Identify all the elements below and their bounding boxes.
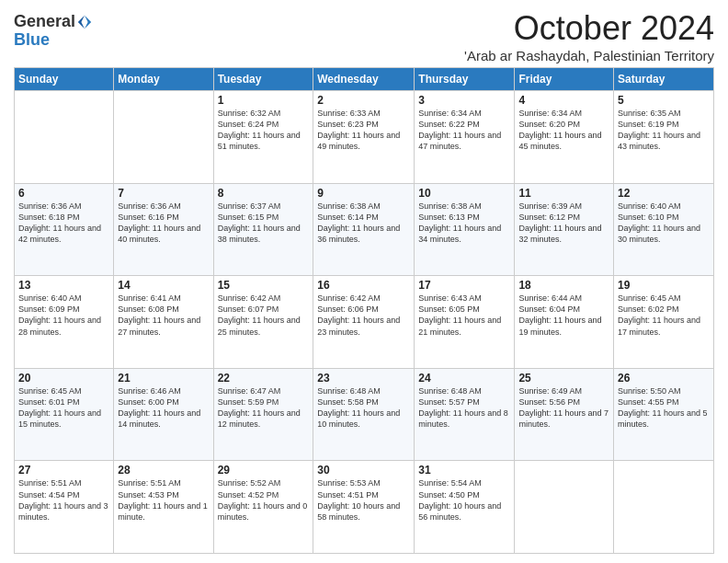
day-number: 24	[418, 372, 510, 385]
calendar-cell: 15Sunrise: 6:42 AM Sunset: 6:07 PM Dayli…	[213, 276, 313, 369]
day-info: Sunrise: 5:52 AM Sunset: 4:52 PM Dayligh…	[218, 477, 310, 523]
calendar-cell: 23Sunrise: 6:48 AM Sunset: 5:58 PM Dayli…	[313, 368, 415, 461]
calendar-cell: 28Sunrise: 5:51 AM Sunset: 4:53 PM Dayli…	[114, 461, 213, 554]
title-area: October 2024 'Arab ar Rashaydah, Palesti…	[464, 9, 714, 63]
day-number: 3	[418, 94, 510, 107]
calendar-cell	[15, 91, 114, 184]
calendar-cell	[114, 91, 213, 184]
day-info: Sunrise: 6:44 AM Sunset: 6:04 PM Dayligh…	[518, 293, 609, 338]
day-number: 2	[317, 94, 410, 107]
day-info: Sunrise: 6:32 AM Sunset: 6:24 PM Dayligh…	[218, 108, 310, 153]
day-number: 23	[317, 372, 410, 385]
calendar-week-row: 6Sunrise: 6:36 AM Sunset: 6:18 PM Daylig…	[15, 183, 714, 276]
calendar-cell: 11Sunrise: 6:39 AM Sunset: 6:12 PM Dayli…	[515, 183, 614, 276]
day-info: Sunrise: 5:51 AM Sunset: 4:54 PM Dayligh…	[18, 477, 109, 523]
day-info: Sunrise: 6:40 AM Sunset: 6:10 PM Dayligh…	[618, 201, 710, 246]
day-number: 27	[18, 464, 109, 477]
calendar-day-header: Saturday	[614, 68, 714, 91]
day-number: 14	[118, 279, 209, 292]
day-info: Sunrise: 6:34 AM Sunset: 6:20 PM Dayligh…	[518, 108, 609, 153]
day-info: Sunrise: 5:51 AM Sunset: 4:53 PM Dayligh…	[118, 477, 209, 523]
calendar-cell: 20Sunrise: 6:45 AM Sunset: 6:01 PM Dayli…	[15, 368, 114, 461]
day-number: 21	[118, 372, 209, 385]
day-number: 16	[317, 279, 410, 292]
calendar-cell: 14Sunrise: 6:41 AM Sunset: 6:08 PM Dayli…	[114, 276, 213, 369]
day-info: Sunrise: 6:48 AM Sunset: 5:57 PM Dayligh…	[418, 385, 510, 431]
day-info: Sunrise: 6:35 AM Sunset: 6:19 PM Dayligh…	[618, 108, 710, 153]
day-info: Sunrise: 6:46 AM Sunset: 6:00 PM Dayligh…	[118, 385, 209, 431]
month-title: October 2024	[464, 9, 714, 48]
calendar-cell: 22Sunrise: 6:47 AM Sunset: 5:59 PM Dayli…	[213, 368, 313, 461]
day-number: 20	[18, 372, 109, 385]
page: General Blue October 2024 'Arab ar Rasha…	[0, 0, 728, 563]
calendar-cell: 21Sunrise: 6:46 AM Sunset: 6:00 PM Dayli…	[114, 368, 213, 461]
day-number: 10	[418, 187, 510, 200]
calendar-cell: 8Sunrise: 6:37 AM Sunset: 6:15 PM Daylig…	[213, 183, 313, 276]
calendar-cell: 1Sunrise: 6:32 AM Sunset: 6:24 PM Daylig…	[213, 91, 313, 184]
calendar-table: SundayMondayTuesdayWednesdayThursdayFrid…	[14, 67, 714, 554]
day-number: 15	[218, 279, 310, 292]
day-number: 11	[518, 187, 609, 200]
calendar-header-row: SundayMondayTuesdayWednesdayThursdayFrid…	[15, 68, 714, 91]
day-number: 12	[618, 187, 710, 200]
day-info: Sunrise: 6:36 AM Sunset: 6:18 PM Dayligh…	[18, 201, 109, 246]
calendar-cell: 6Sunrise: 6:36 AM Sunset: 6:18 PM Daylig…	[15, 183, 114, 276]
day-info: Sunrise: 6:45 AM Sunset: 6:02 PM Dayligh…	[618, 293, 710, 338]
logo-icon	[76, 14, 93, 30]
calendar-day-header: Thursday	[415, 68, 515, 91]
day-number: 9	[317, 187, 410, 200]
calendar-cell: 18Sunrise: 6:44 AM Sunset: 6:04 PM Dayli…	[515, 276, 614, 369]
calendar-cell: 9Sunrise: 6:38 AM Sunset: 6:14 PM Daylig…	[313, 183, 415, 276]
calendar-day-header: Friday	[515, 68, 614, 91]
calendar-cell: 29Sunrise: 5:52 AM Sunset: 4:52 PM Dayli…	[213, 461, 313, 554]
day-info: Sunrise: 6:42 AM Sunset: 6:06 PM Dayligh…	[317, 293, 410, 338]
day-number: 18	[518, 279, 609, 292]
day-number: 25	[518, 372, 609, 385]
day-number: 4	[518, 94, 609, 107]
day-info: Sunrise: 6:40 AM Sunset: 6:09 PM Dayligh…	[18, 293, 109, 338]
day-info: Sunrise: 6:34 AM Sunset: 6:22 PM Dayligh…	[418, 108, 510, 153]
calendar-week-row: 13Sunrise: 6:40 AM Sunset: 6:09 PM Dayli…	[15, 276, 714, 369]
calendar-cell: 13Sunrise: 6:40 AM Sunset: 6:09 PM Dayli…	[15, 276, 114, 369]
day-number: 30	[317, 464, 410, 477]
calendar-cell: 7Sunrise: 6:36 AM Sunset: 6:16 PM Daylig…	[114, 183, 213, 276]
day-number: 17	[418, 279, 510, 292]
calendar-cell: 16Sunrise: 6:42 AM Sunset: 6:06 PM Dayli…	[313, 276, 415, 369]
day-number: 28	[118, 464, 209, 477]
calendar-cell: 17Sunrise: 6:43 AM Sunset: 6:05 PM Dayli…	[415, 276, 515, 369]
day-info: Sunrise: 6:47 AM Sunset: 5:59 PM Dayligh…	[218, 385, 310, 431]
calendar-day-header: Wednesday	[313, 68, 415, 91]
calendar-week-row: 20Sunrise: 6:45 AM Sunset: 6:01 PM Dayli…	[15, 368, 714, 461]
logo: General Blue	[14, 13, 93, 50]
day-info: Sunrise: 6:38 AM Sunset: 6:13 PM Dayligh…	[418, 201, 510, 246]
day-number: 8	[218, 187, 310, 200]
calendar-week-row: 1Sunrise: 6:32 AM Sunset: 6:24 PM Daylig…	[15, 91, 714, 184]
day-number: 19	[618, 279, 710, 292]
day-info: Sunrise: 6:39 AM Sunset: 6:12 PM Dayligh…	[518, 201, 609, 246]
day-number: 13	[18, 279, 109, 292]
calendar-cell: 3Sunrise: 6:34 AM Sunset: 6:22 PM Daylig…	[415, 91, 515, 184]
calendar-day-header: Monday	[114, 68, 213, 91]
day-number: 6	[18, 187, 109, 200]
day-info: Sunrise: 6:36 AM Sunset: 6:16 PM Dayligh…	[118, 201, 209, 246]
calendar-day-header: Sunday	[15, 68, 114, 91]
calendar-cell: 2Sunrise: 6:33 AM Sunset: 6:23 PM Daylig…	[313, 91, 415, 184]
calendar-week-row: 27Sunrise: 5:51 AM Sunset: 4:54 PM Dayli…	[15, 461, 714, 554]
calendar-cell: 5Sunrise: 6:35 AM Sunset: 6:19 PM Daylig…	[614, 91, 714, 184]
calendar-cell	[515, 461, 614, 554]
day-info: Sunrise: 6:43 AM Sunset: 6:05 PM Dayligh…	[418, 293, 510, 338]
calendar-day-header: Tuesday	[213, 68, 313, 91]
calendar-cell: 19Sunrise: 6:45 AM Sunset: 6:02 PM Dayli…	[614, 276, 714, 369]
logo-blue-text: Blue	[14, 30, 50, 49]
calendar-cell: 4Sunrise: 6:34 AM Sunset: 6:20 PM Daylig…	[515, 91, 614, 184]
calendar-cell: 10Sunrise: 6:38 AM Sunset: 6:13 PM Dayli…	[415, 183, 515, 276]
day-info: Sunrise: 5:53 AM Sunset: 4:51 PM Dayligh…	[317, 477, 410, 523]
day-info: Sunrise: 6:38 AM Sunset: 6:14 PM Dayligh…	[317, 201, 410, 246]
calendar-cell: 24Sunrise: 6:48 AM Sunset: 5:57 PM Dayli…	[415, 368, 515, 461]
day-number: 5	[618, 94, 710, 107]
day-number: 7	[118, 187, 209, 200]
calendar-cell: 31Sunrise: 5:54 AM Sunset: 4:50 PM Dayli…	[415, 461, 515, 554]
day-info: Sunrise: 6:41 AM Sunset: 6:08 PM Dayligh…	[118, 293, 209, 338]
day-number: 22	[218, 372, 310, 385]
day-info: Sunrise: 5:50 AM Sunset: 4:55 PM Dayligh…	[618, 385, 710, 431]
